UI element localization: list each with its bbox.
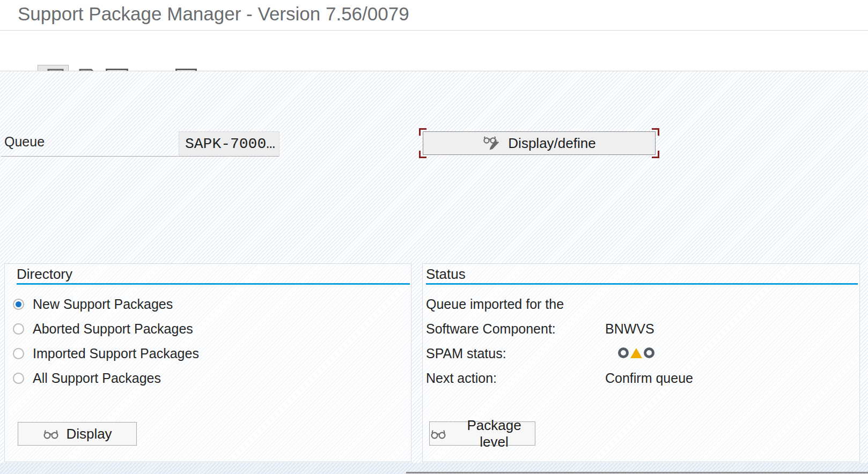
display-define-label: Display/define xyxy=(508,135,595,152)
status-panel: Status Queue imported for the Software C… xyxy=(422,263,860,462)
radio-button-icon[interactable] xyxy=(13,373,24,384)
status-title-rule xyxy=(426,283,858,285)
led-yellow-triangle-icon xyxy=(630,348,642,358)
radio-option-aborted-support-packages[interactable]: Aborted Support Packages xyxy=(13,316,406,341)
next-action-row: Next action: Confirm queue xyxy=(426,366,856,390)
display-define-button[interactable]: Display/define xyxy=(423,131,656,155)
yellow-led-status-icon xyxy=(618,347,654,358)
bottom-edge-line xyxy=(406,472,868,473)
sap-support-package-manager-window: Support Package Manager - Version 7.56/0… xyxy=(0,0,868,474)
queue-label-underline xyxy=(1,156,179,157)
led-ring-icon xyxy=(618,347,629,358)
software-component-label: Software Component: xyxy=(426,321,605,337)
software-component-row: Software Component: BNWVS xyxy=(426,316,856,341)
application-toolbar: H i xyxy=(0,31,868,71)
directory-radio-group: New Support Packages Aborted Support Pac… xyxy=(13,292,406,390)
directory-panel-title: Directory xyxy=(17,266,72,283)
package-level-button-label: Package level xyxy=(453,417,535,450)
status-rows: Queue imported for the Software Componen… xyxy=(426,292,856,390)
radio-option-new-support-packages[interactable]: New Support Packages xyxy=(13,292,406,316)
display-define-focus-frame: Display/define xyxy=(419,128,659,158)
glasses-pencil-icon xyxy=(482,135,502,151)
radio-option-label: New Support Packages xyxy=(33,297,173,312)
radio-button-icon[interactable] xyxy=(13,348,24,359)
next-action-value: Confirm queue xyxy=(605,371,856,386)
status-intro-text: Queue imported for the xyxy=(426,297,856,312)
status-panel-title: Status xyxy=(426,266,466,283)
radio-option-label: Imported Support Packages xyxy=(33,346,199,361)
software-component-value: BNWVS xyxy=(605,321,856,337)
radio-button-icon[interactable] xyxy=(13,299,24,310)
radio-option-imported-support-packages[interactable]: Imported Support Packages xyxy=(13,341,406,366)
glasses-icon xyxy=(430,428,447,440)
queue-input[interactable] xyxy=(179,131,279,157)
status-intro-row: Queue imported for the xyxy=(426,292,856,316)
page-title: Support Package Manager - Version 7.56/0… xyxy=(18,3,409,25)
package-level-button[interactable]: Package level xyxy=(429,421,535,446)
radio-option-all-support-packages[interactable]: All Support Packages xyxy=(13,366,406,390)
radio-button-icon[interactable] xyxy=(13,323,24,335)
spam-status-row: SPAM status: xyxy=(426,341,856,366)
display-button[interactable]: Display xyxy=(18,422,137,446)
led-ring-icon xyxy=(644,347,654,358)
radio-option-label: Aborted Support Packages xyxy=(33,321,193,337)
next-action-label: Next action: xyxy=(426,371,605,386)
glasses-icon xyxy=(42,428,60,440)
queue-label: Queue xyxy=(4,134,45,150)
spam-status-label: SPAM status: xyxy=(426,346,605,361)
radio-option-label: All Support Packages xyxy=(33,371,161,386)
spam-status-value xyxy=(605,346,856,361)
directory-panel: Directory New Support Packages Aborted S… xyxy=(4,263,411,462)
display-button-label: Display xyxy=(66,426,112,442)
directory-title-rule xyxy=(17,283,410,285)
